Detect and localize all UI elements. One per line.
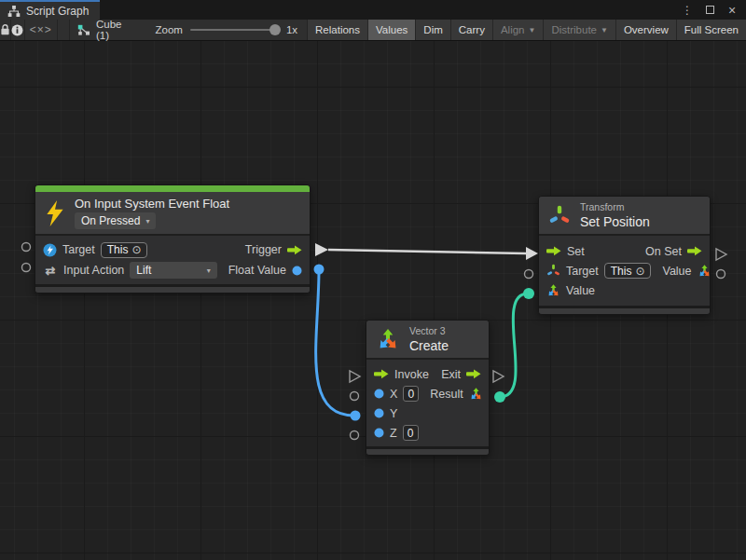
caret-down-icon: ▾ (145, 217, 149, 225)
event-input-action-port[interactable] (22, 264, 31, 272)
vector3-title: Create (409, 338, 449, 353)
event-target-port[interactable] (22, 243, 31, 252)
value-in-label: Value (566, 284, 595, 297)
event-node-body: Target This ⊙ Trigger ⇄ Input Action (35, 236, 310, 284)
caret-down-icon: ▼ (601, 26, 608, 34)
info-button[interactable] (11, 20, 25, 40)
vector3-port-icon (698, 264, 711, 278)
event-node-footer[interactable] (35, 284, 310, 293)
z-input-port[interactable] (351, 431, 359, 440)
set-input-port[interactable] (526, 247, 538, 260)
set-position-footer[interactable] (539, 306, 710, 314)
set-position-value-row: Value (546, 280, 702, 300)
control-arrow-icon (287, 245, 302, 255)
dim-button[interactable]: Dim (416, 20, 450, 40)
value-input-port[interactable] (523, 288, 534, 299)
event-input-action-row: ⇄ Input Action Lift ▾ Float Value (43, 260, 302, 280)
full-screen-button[interactable]: Full Screen (677, 20, 746, 40)
relations-button[interactable]: Relations (308, 20, 368, 40)
maximize-icon[interactable] (703, 4, 716, 17)
zoom-value: 1x (286, 24, 297, 35)
node-set-position[interactable]: Transform Set Position Set On Set (538, 196, 711, 315)
input-action-dropdown[interactable]: Lift ▾ (130, 262, 216, 279)
x-row: X 0 Result (374, 384, 481, 403)
toolbar-buttons: Relations Values Dim Carry Align▼ Distri… (307, 20, 746, 40)
x-value-field[interactable]: 0 (403, 386, 419, 402)
node-vector3-create[interactable]: Vector 3 Create Invoke Exit (366, 320, 490, 456)
wire-floatvalue-to-y[interactable] (316, 269, 354, 416)
distribute-button[interactable]: Distribute▼ (544, 20, 616, 40)
set-position-header[interactable]: Transform Set Position (539, 197, 710, 236)
close-icon[interactable]: × (725, 4, 739, 17)
caret-down-icon: ▼ (528, 26, 535, 34)
exit-label: Exit (441, 368, 461, 381)
trigger-out-label: Trigger (245, 243, 282, 256)
invoke-label: Invoke (394, 368, 429, 381)
on-set-output-port[interactable] (716, 249, 726, 260)
window-menu-icon[interactable]: ⋮ (681, 4, 694, 17)
float-port-icon (374, 408, 384, 418)
vector3-header[interactable]: Vector 3 Create (366, 321, 489, 360)
z-row: Z 0 (374, 423, 481, 443)
control-arrow-icon (466, 369, 481, 379)
vector3-footer[interactable] (366, 446, 489, 455)
control-arrow-icon (374, 369, 389, 379)
invoke-row: Invoke Exit (374, 364, 481, 384)
event-target-chip[interactable]: This ⊙ (101, 242, 148, 258)
overview-button[interactable]: Overview (616, 20, 677, 40)
event-accent-bar (35, 185, 310, 192)
z-label: Z (390, 427, 397, 440)
y-label: Y (390, 407, 397, 420)
result-output-port[interactable] (494, 391, 505, 403)
set-label: Set (567, 245, 585, 258)
toolbar-spacer (58, 20, 70, 40)
result-label: Result (430, 388, 463, 401)
caret-down-icon: ▾ (207, 266, 211, 275)
breadcrumb[interactable]: <×> (25, 20, 58, 40)
graph-reference[interactable]: Cube (1) (70, 20, 131, 40)
wire-result-to-value[interactable] (500, 294, 528, 397)
vector3-port-icon (546, 283, 560, 297)
y-input-port[interactable] (351, 411, 361, 421)
transform-icon (548, 204, 571, 226)
float-value-out-label: Float Value (228, 264, 286, 277)
node-on-input-system-event-float[interactable]: On Input System Event Float On Pressed ▾ (35, 184, 311, 294)
x-input-port[interactable] (351, 392, 359, 401)
object-picker-icon[interactable]: ⊙ (131, 243, 141, 256)
event-mode-dropdown[interactable]: On Pressed ▾ (75, 212, 156, 229)
z-value-field[interactable]: 0 (403, 425, 419, 441)
invoke-input-port[interactable] (350, 371, 360, 382)
lock-icon (0, 24, 10, 35)
graph-canvas[interactable]: On Input System Event Float On Pressed ▾ (0, 41, 746, 560)
zoom-label: Zoom (156, 24, 183, 35)
float-value-output-port[interactable] (314, 265, 325, 275)
float-port-icon (374, 428, 384, 438)
graph-asset-icon (77, 24, 90, 35)
set-position-target-row: Target This ⊙ Value (546, 261, 702, 280)
zoom-slider-handle[interactable] (269, 24, 281, 35)
control-arrow-icon (687, 246, 702, 256)
lock-button[interactable] (0, 20, 11, 40)
values-button[interactable]: Values (368, 20, 416, 40)
tab-script-graph[interactable]: Script Graph (0, 0, 100, 20)
breadcrumb-label: <×> (30, 23, 52, 36)
control-arrow-icon (546, 246, 561, 256)
set-position-target-chip[interactable]: This ⊙ (604, 263, 652, 279)
align-button[interactable]: Align▼ (493, 20, 545, 40)
carry-button[interactable]: Carry (451, 20, 493, 40)
graph-toolbar: <×> Cube (1) Zoom 1x Relations (0, 20, 746, 41)
exit-output-port[interactable] (493, 371, 504, 382)
window-controls: ⋮ × (681, 0, 746, 20)
event-node-header[interactable]: On Input System Event Float On Pressed ▾ (35, 192, 310, 236)
y-row: Y (374, 403, 481, 423)
wire-trigger-to-set[interactable] (328, 250, 526, 253)
trigger-output-port[interactable] (315, 243, 328, 256)
float-port-icon (292, 266, 302, 276)
set-position-target-port[interactable] (525, 270, 533, 279)
target-label: Target (62, 243, 95, 256)
zoom-control: Zoom 1x (131, 20, 306, 40)
value-output-port[interactable] (717, 270, 725, 279)
vector3-icon (376, 327, 400, 351)
zoom-slider[interactable] (190, 29, 279, 31)
object-picker-icon[interactable]: ⊙ (635, 265, 644, 278)
